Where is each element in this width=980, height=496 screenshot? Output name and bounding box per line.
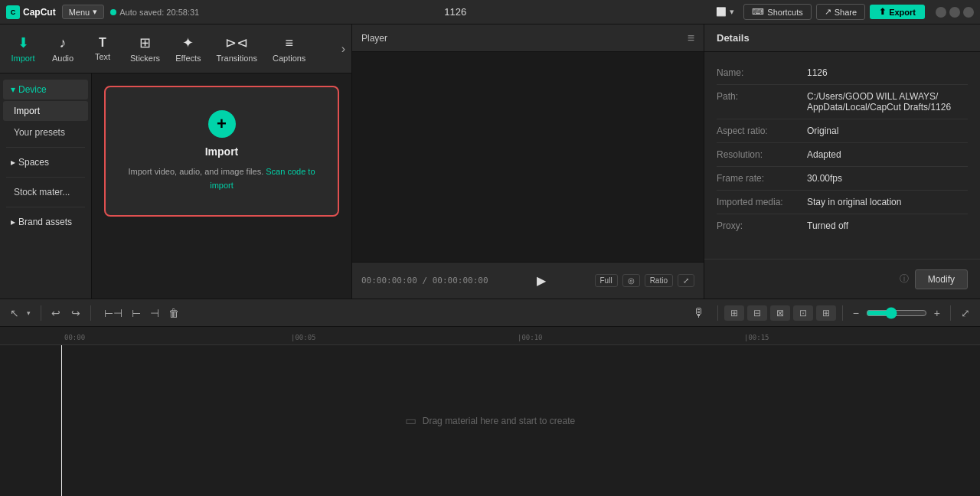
detail-value-name: 1126 bbox=[807, 67, 968, 78]
chevron-right-icon: ▸ bbox=[11, 217, 15, 227]
stickers-icon: ⊞ bbox=[139, 34, 151, 51]
tab-effects[interactable]: ✦ Effects bbox=[168, 30, 208, 67]
timeline-right-tools: 🎙 ⊞ ⊟ ⊠ ⊡ ⊞ − + ⤢ bbox=[687, 304, 974, 322]
snap-button[interactable]: ⊞ bbox=[724, 305, 744, 321]
ratio-button[interactable]: Ratio bbox=[645, 274, 673, 287]
close-button[interactable] bbox=[963, 7, 974, 18]
display-settings-button[interactable]: ⬜ ▾ bbox=[711, 5, 739, 19]
sidebar: ▾ Device Import Your presets ▸ Spaces St… bbox=[0, 73, 92, 299]
import-box[interactable]: + Import Import video, audio, and image … bbox=[104, 86, 339, 217]
split-button[interactable]: ⊢⊣ bbox=[100, 305, 126, 321]
transitions-icon: ⊳⊲ bbox=[225, 34, 248, 51]
main-area: ⬇ Import ♪ Audio T Text ⊞ Stickers ✦ Eff… bbox=[0, 24, 980, 299]
fullscreen-button[interactable]: ⤢ bbox=[678, 274, 694, 287]
shortcuts-label: Shortcuts bbox=[767, 8, 802, 17]
sidebar-item-spaces[interactable]: ▸ Spaces bbox=[3, 152, 88, 172]
nav-more-button[interactable]: › bbox=[338, 39, 348, 59]
play-button[interactable]: ▶ bbox=[537, 273, 546, 288]
thumbnail-button[interactable]: ⊞ bbox=[816, 305, 836, 321]
detail-row-imported: Imported media: Stay in original locatio… bbox=[717, 191, 968, 214]
project-title: 1126 bbox=[444, 6, 466, 18]
time-current: 00:00:00:00 bbox=[361, 276, 417, 286]
tab-stickers-label: Stickers bbox=[130, 54, 160, 63]
top-bar-right: ⬜ ▾ ⌨ Shortcuts ↗ Share ⬆ Export bbox=[711, 4, 974, 20]
sidebar-import-label: Import bbox=[14, 106, 40, 116]
tab-stickers[interactable]: ⊞ Stickers bbox=[122, 30, 168, 67]
sidebar-divider-2 bbox=[6, 177, 85, 178]
select-tool-dropdown[interactable]: ▾ bbox=[23, 307, 34, 319]
tab-transitions[interactable]: ⊳⊲ Transitions bbox=[209, 30, 265, 67]
sidebar-divider-1 bbox=[6, 147, 85, 148]
logo-icon: C bbox=[6, 5, 20, 19]
ruler-mark-1: |00:05 bbox=[291, 334, 316, 341]
export-button[interactable]: ⬆ Export bbox=[870, 5, 925, 19]
detail-row-name: Name: 1126 bbox=[717, 61, 968, 85]
full-button[interactable]: Full bbox=[595, 274, 618, 287]
snapshot-button[interactable]: ◎ bbox=[622, 274, 640, 287]
select-tool-button[interactable]: ↖ bbox=[6, 305, 23, 321]
sidebar-item-import[interactable]: Import bbox=[3, 101, 88, 121]
sidebar-item-stock[interactable]: Stock mater... bbox=[3, 182, 88, 202]
audio-icon: ♪ bbox=[60, 35, 67, 51]
toolbar-divider-5 bbox=[950, 305, 951, 321]
menu-button[interactable]: Menu ▾ bbox=[62, 5, 105, 19]
timeline-section: ↖ ▾ ↩ ↪ ⊢⊣ ⊢ ⊣ 🗑 🎙 ⊞ ⊟ ⊠ ⊡ ⊞ − + ⤢ bbox=[0, 299, 980, 496]
player-controls: 00:00:00:00 / 00:00:00:00 ▶ Full ◎ Ratio… bbox=[352, 262, 704, 299]
tab-captions[interactable]: ≡ Captions bbox=[265, 31, 313, 67]
detail-value-aspect: Original bbox=[807, 126, 968, 136]
timeline-toolbar: ↖ ▾ ↩ ↪ ⊢⊣ ⊢ ⊣ 🗑 🎙 ⊞ ⊟ ⊠ ⊡ ⊞ − + ⤢ bbox=[0, 299, 980, 327]
captions-icon: ≡ bbox=[285, 35, 293, 51]
toolbar-divider-4 bbox=[842, 305, 843, 321]
ruler-mark-2: |00:10 bbox=[518, 334, 543, 341]
detail-value-resolution: Adapted bbox=[807, 149, 968, 160]
mic-button[interactable]: 🎙 bbox=[687, 304, 711, 322]
minimize-button[interactable] bbox=[936, 7, 946, 18]
autosave-text: Auto saved: 20:58:31 bbox=[119, 8, 199, 17]
display-icon: ⬜ bbox=[716, 7, 727, 17]
window-controls bbox=[936, 7, 974, 18]
effects-icon: ✦ bbox=[182, 34, 194, 51]
trim-right-button[interactable]: ⊣ bbox=[146, 305, 163, 321]
tab-audio[interactable]: ♪ Audio bbox=[43, 31, 83, 67]
redo-button[interactable]: ↪ bbox=[67, 305, 84, 321]
chevron-right-icon: ▸ bbox=[11, 157, 15, 168]
share-label: Share bbox=[835, 8, 857, 17]
sidebar-item-brand[interactable]: ▸ Brand assets bbox=[3, 212, 88, 232]
zoom-out-button[interactable]: − bbox=[849, 305, 863, 321]
fit-button[interactable]: ⤢ bbox=[957, 305, 974, 321]
keyboard-icon: ⌨ bbox=[752, 7, 764, 17]
playhead bbox=[61, 345, 62, 496]
detail-label-framerate: Frame rate: bbox=[717, 173, 801, 184]
player-viewport bbox=[352, 52, 704, 262]
player-title: Player bbox=[361, 33, 387, 44]
timecode-display: 00:00:00:00 / 00:00:00:00 bbox=[361, 276, 488, 286]
maximize-button[interactable] bbox=[949, 7, 960, 18]
import-title: Import bbox=[205, 145, 239, 158]
sidebar-item-presets[interactable]: Your presets bbox=[3, 122, 88, 142]
player-header: Player ≡ bbox=[352, 24, 704, 52]
player-menu-button[interactable]: ≡ bbox=[688, 31, 694, 45]
preview-button[interactable]: ⊟ bbox=[747, 305, 767, 321]
align-button[interactable]: ⊡ bbox=[793, 305, 813, 321]
tab-text[interactable]: T Text bbox=[83, 31, 122, 66]
capcut-logo: C CapCut bbox=[6, 5, 56, 19]
sidebar-item-device[interactable]: ▾ Device bbox=[3, 80, 88, 100]
share-button[interactable]: ↗ Share bbox=[816, 4, 865, 20]
timeline-content: 00:00 |00:05 |00:10 |00:15 ▭ Drag materi… bbox=[0, 327, 980, 496]
shortcuts-button[interactable]: ⌨ Shortcuts bbox=[743, 4, 811, 20]
zoom-in-button[interactable]: + bbox=[930, 305, 944, 321]
undo-button[interactable]: ↩ bbox=[47, 305, 64, 321]
player-right-controls: Full ◎ Ratio ⤢ bbox=[595, 274, 694, 287]
trim-left-button[interactable]: ⊢ bbox=[128, 305, 145, 321]
zoom-slider[interactable] bbox=[866, 307, 927, 319]
modify-button[interactable]: Modify bbox=[915, 269, 968, 289]
info-icon[interactable]: ⓘ bbox=[900, 272, 909, 286]
tab-audio-label: Audio bbox=[52, 54, 74, 63]
link-button[interactable]: ⊠ bbox=[770, 305, 790, 321]
details-footer: ⓘ Modify bbox=[704, 259, 980, 299]
import-description: Import video, audio, and image files. Sc… bbox=[121, 165, 322, 192]
tab-import[interactable]: ⬇ Import bbox=[3, 30, 43, 67]
share-icon: ↗ bbox=[825, 7, 831, 17]
delete-button[interactable]: 🗑 bbox=[165, 305, 183, 321]
split-tools: ⊢⊣ ⊢ ⊣ 🗑 bbox=[100, 305, 183, 321]
